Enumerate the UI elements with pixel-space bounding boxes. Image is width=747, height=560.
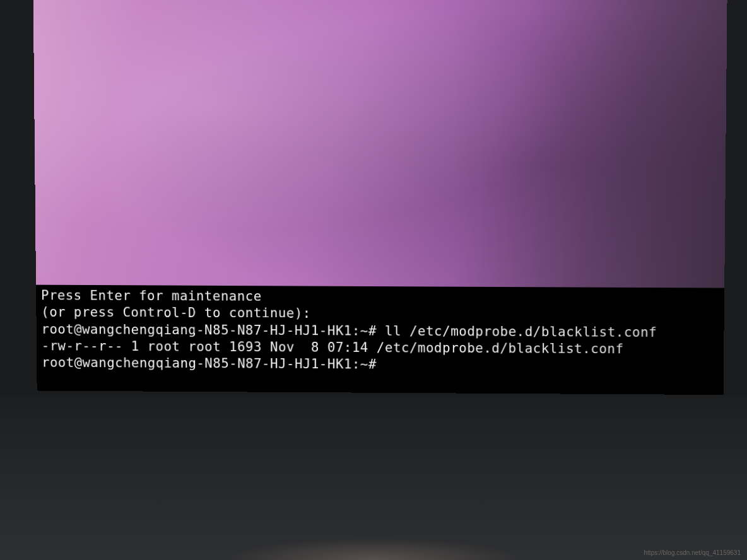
screen: Press Enter for maintenance (or press Co…	[33, 0, 727, 395]
splash-background	[33, 0, 727, 289]
command-text: ll /etc/modprobe.d/blacklist.conf	[385, 324, 657, 340]
watermark-text: https://blog.csdn.net/qq_41159631	[644, 549, 741, 556]
terminal-current-prompt[interactable]: root@wangchengqiang-N85-N87-HJ-HJ1-HK1:~…	[42, 354, 719, 375]
monitor-bezel: Press Enter for maintenance (or press Co…	[0, 0, 747, 560]
monitor-base	[0, 396, 747, 560]
terminal[interactable]: Press Enter for maintenance (or press Co…	[36, 285, 724, 378]
shell-prompt: root@wangchengqiang-N85-N87-HJ-HJ1-HK1:~…	[41, 322, 384, 338]
ambient-light	[224, 538, 523, 560]
